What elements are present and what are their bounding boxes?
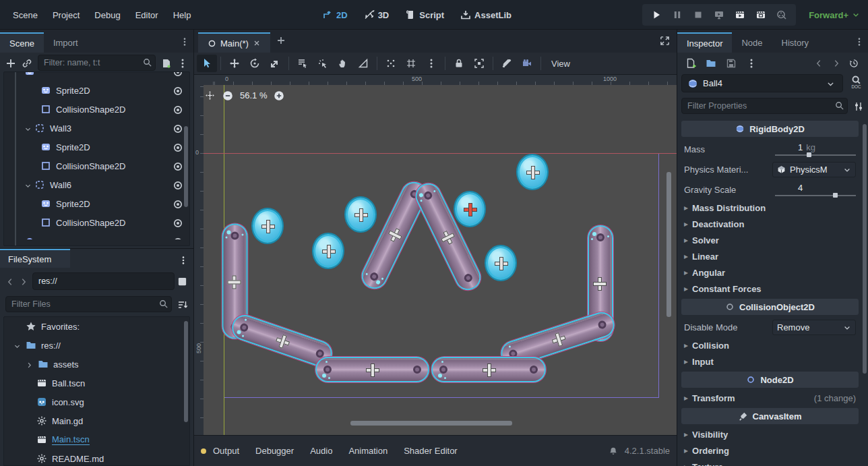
property-group[interactable]: ▸Constant Forces: [679, 281, 861, 297]
visibility-eye-icon[interactable]: [173, 142, 183, 153]
filesystem-scrollbar[interactable]: [184, 321, 188, 422]
property-group[interactable]: ▸Ordering: [679, 442, 861, 459]
menu-debug[interactable]: Debug: [87, 7, 127, 23]
menu-help[interactable]: Help: [166, 7, 199, 23]
close-icon[interactable]: [253, 39, 261, 47]
file-row[interactable]: icon.svg: [4, 392, 189, 411]
editor-mode-2d[interactable]: 2D: [322, 9, 348, 20]
zoom-in-button[interactable]: [274, 90, 284, 100]
move-gizmo[interactable]: [440, 229, 456, 245]
2d-viewport[interactable]: 0 500 1000 0 500 56.1 %: [194, 75, 677, 435]
menu-project[interactable]: Project: [45, 7, 87, 23]
attach-script-button[interactable]: [161, 57, 172, 68]
dropdown[interactable]: Remove: [772, 320, 856, 335]
move-gizmo[interactable]: [594, 277, 607, 289]
tab-inspector[interactable]: Inspector: [677, 32, 732, 53]
renderer-selector[interactable]: Forward+: [809, 0, 860, 30]
pause-button[interactable]: [670, 7, 685, 22]
scene-filter-input[interactable]: [38, 55, 156, 71]
tab-history[interactable]: History: [772, 32, 818, 53]
dock-menu-button[interactable]: [855, 36, 864, 47]
back-button[interactable]: [5, 276, 16, 287]
scene-tree-row[interactable]: [4, 232, 189, 239]
smart-snap-toggle[interactable]: [381, 55, 401, 72]
forward-button[interactable]: [19, 276, 30, 287]
menu-editor[interactable]: Editor: [128, 7, 166, 23]
move-gizmo[interactable]: [464, 203, 476, 215]
property-group[interactable]: ▸Visibility: [679, 426, 861, 442]
visibility-eye-icon[interactable]: [173, 161, 183, 172]
toggle-split-mode-button[interactable]: [177, 276, 188, 287]
property-group[interactable]: ▸Input: [679, 353, 861, 370]
remote-debug-button[interactable]: [712, 7, 726, 22]
move-gizmo[interactable]: [526, 166, 538, 178]
load-resource-button[interactable]: [706, 57, 716, 68]
bottom-tab-audio[interactable]: Audio: [302, 442, 340, 460]
file-row[interactable]: README.md: [4, 449, 189, 466]
collapse-icon[interactable]: [24, 180, 32, 190]
scene-tree-row[interactable]: Sprite2D: [4, 138, 189, 156]
path-field[interactable]: [32, 272, 175, 290]
class-header[interactable]: Node2D: [681, 372, 859, 388]
resource-picker[interactable]: PhysicsM: [772, 162, 856, 177]
move-gizmo[interactable]: [354, 208, 367, 221]
bottom-tab-output[interactable]: Output: [205, 442, 247, 460]
scene-tree-menu-button[interactable]: [177, 57, 188, 68]
camera-override-button[interactable]: [517, 55, 537, 72]
edited-node-selector[interactable]: Ball4: [681, 74, 843, 92]
toggle-fullscreen-icon[interactable]: [660, 35, 670, 46]
visibility-eye-icon[interactable]: [173, 123, 183, 134]
zoom-out-button[interactable]: [222, 90, 233, 100]
ball-node[interactable]: [253, 209, 282, 243]
wall-capsule[interactable]: [315, 357, 429, 382]
editor-mode-assetlib[interactable]: AssetLib: [460, 9, 512, 20]
ball-node[interactable]: [486, 246, 516, 280]
play-custom-scene-button[interactable]: [753, 7, 768, 22]
scene-tree-row[interactable]: Wall6: [4, 175, 189, 194]
visibility-eye-icon[interactable]: [173, 85, 183, 96]
filesystem-menu-button[interactable]: [179, 254, 188, 265]
edit-history-button[interactable]: [849, 57, 860, 68]
select-tool[interactable]: [197, 55, 217, 72]
file-row[interactable]: assets: [4, 355, 189, 374]
scene-tree-row[interactable]: [4, 72, 189, 81]
stop-button[interactable]: [691, 7, 706, 22]
bottom-tab-shader-editor[interactable]: Shader Editor: [396, 442, 466, 460]
scene-tree-row[interactable]: CollisionShape2D: [4, 213, 189, 232]
collapse-icon[interactable]: [13, 341, 21, 351]
tab-scene[interactable]: Scene: [0, 32, 44, 53]
move-gizmo[interactable]: [261, 220, 274, 232]
dock-menu-button[interactable]: [180, 36, 189, 47]
ruler-tool[interactable]: [353, 55, 373, 72]
instance-scene-button[interactable]: [22, 57, 32, 68]
scene-tree-scrollbar[interactable]: [184, 126, 188, 207]
view-menu[interactable]: View: [545, 59, 577, 69]
vertical-scrollbar[interactable]: [666, 172, 671, 317]
save-resource-button[interactable]: [726, 57, 737, 68]
sort-files-button[interactable]: [177, 299, 188, 310]
lock-node-button[interactable]: [449, 55, 469, 72]
scene-tree-row[interactable]: CollisionShape2D: [4, 156, 189, 175]
move-tool[interactable]: [224, 55, 245, 72]
play-scene-button[interactable]: [733, 7, 747, 22]
rotate-tool[interactable]: [245, 55, 265, 72]
center-view-icon[interactable]: [205, 90, 216, 100]
zoom-level[interactable]: 56.1 %: [240, 90, 267, 100]
add-node-button[interactable]: [5, 57, 16, 68]
tab-import[interactable]: Import: [44, 32, 88, 53]
property-group[interactable]: ▸Mass Distribution: [679, 200, 861, 216]
scale-tool[interactable]: [265, 55, 285, 72]
filesystem-filter-input[interactable]: [5, 296, 172, 312]
visibility-eye-icon[interactable]: [173, 198, 183, 210]
grid-snap-toggle[interactable]: [401, 55, 421, 72]
move-gizmo[interactable]: [366, 363, 378, 376]
scene-tab-main[interactable]: Main(*): [198, 32, 270, 53]
class-header[interactable]: CollisionObject2D: [681, 299, 859, 315]
move-gizmo[interactable]: [274, 333, 290, 349]
file-row[interactable]: Ball.tscn: [4, 374, 189, 392]
collapse-icon[interactable]: [24, 123, 32, 134]
file-row[interactable]: Main.gd: [4, 411, 189, 430]
open-docs-button[interactable]: DOC: [849, 74, 864, 89]
class-header[interactable]: RigidBody2D: [681, 121, 859, 137]
inspector-tools-button[interactable]: [853, 100, 864, 111]
